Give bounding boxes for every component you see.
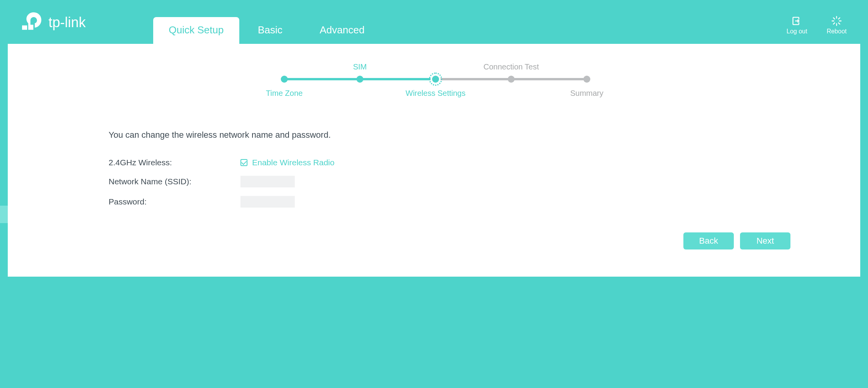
logout-label: Log out — [787, 28, 807, 35]
svg-line-5 — [833, 18, 835, 19]
wizard-step-wireless-label: Wireless Settings — [406, 89, 466, 98]
reboot-label: Reboot — [827, 28, 847, 35]
logout-icon — [792, 16, 802, 26]
wizard-step-timezone-dot — [281, 76, 288, 83]
wizard-step-sim-label: SIM — [353, 62, 367, 71]
brand-name: tp-link — [48, 14, 86, 31]
back-button[interactable]: Back — [683, 232, 734, 249]
tplink-logo-icon — [21, 11, 45, 34]
enable-wireless-radio-checkbox[interactable] — [240, 159, 247, 166]
tab-quick-setup[interactable]: Quick Setup — [153, 17, 239, 44]
password-label: Password: — [109, 197, 240, 206]
main-panel: Time Zone SIM Wireless Settings Connecti… — [8, 44, 860, 277]
svg-rect-0 — [22, 26, 27, 30]
tab-basic[interactable]: Basic — [239, 17, 301, 44]
wizard-step-summary-dot — [583, 76, 590, 83]
brand-logo: tp-link — [21, 11, 86, 34]
wizard-step-sim-dot — [356, 76, 363, 83]
wizard-step-timezone-label: Time Zone — [266, 89, 303, 98]
wireless-label: 2.4GHz Wireless: — [109, 158, 240, 167]
svg-line-7 — [833, 23, 835, 24]
logout-button[interactable]: Log out — [787, 16, 807, 35]
tab-advanced[interactable]: Advanced — [301, 17, 383, 44]
wizard-step-connection-test-dot — [508, 76, 515, 83]
reboot-icon — [831, 16, 842, 26]
password-input[interactable] — [240, 196, 295, 208]
reboot-button[interactable]: Reboot — [827, 16, 847, 35]
wizard-step-summary-label: Summary — [570, 89, 603, 98]
wizard-step-connection-test-label: Connection Test — [483, 62, 539, 71]
enable-wireless-radio-label: Enable Wireless Radio — [252, 158, 334, 167]
wizard-progress: Time Zone SIM Wireless Settings Connecti… — [281, 64, 587, 99]
next-button[interactable]: Next — [740, 232, 790, 249]
wizard-step-wireless-dot — [432, 76, 439, 83]
ssid-input[interactable] — [240, 176, 295, 187]
svg-line-8 — [839, 18, 840, 19]
svg-line-6 — [839, 23, 840, 24]
ssid-label: Network Name (SSID): — [109, 177, 240, 186]
main-tabs: Quick Setup Basic Advanced — [153, 0, 383, 44]
intro-text: You can change the wireless network name… — [109, 130, 744, 140]
